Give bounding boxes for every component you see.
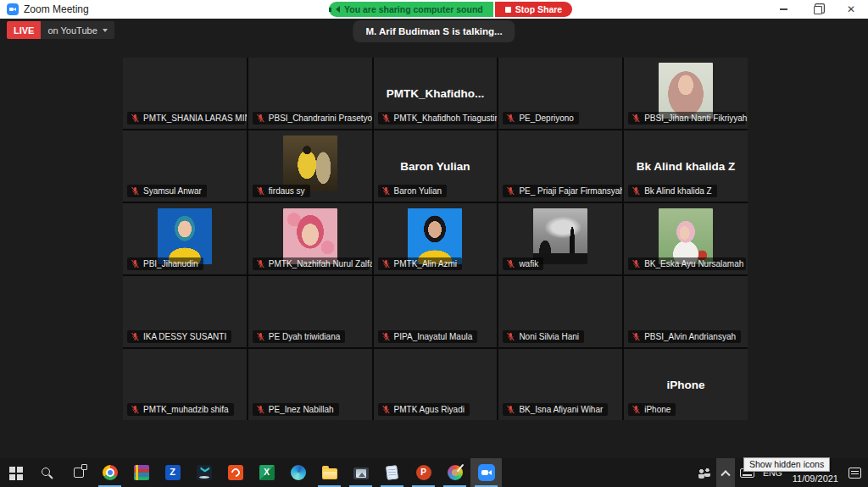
muted-mic-icon bbox=[256, 186, 265, 196]
participant-tile[interactable]: BK_Eska Ayu Nursalamah bbox=[624, 203, 748, 274]
taskbar-date: 11/09/2021 bbox=[793, 473, 838, 484]
minimize-icon[interactable] bbox=[766, 0, 800, 19]
participant-name: wafik bbox=[519, 259, 538, 268]
zapp-taskbar-button[interactable] bbox=[157, 458, 188, 487]
participant-tile[interactable]: wafik bbox=[498, 203, 622, 274]
participant-name-tag: iPhone bbox=[628, 403, 676, 416]
participant-name: PMTK_muhadzib shifa bbox=[143, 405, 229, 414]
participant-name-tag: Noni Silvia Hani bbox=[503, 330, 584, 343]
action-center-icon[interactable] bbox=[849, 468, 861, 479]
live-badge: LIVE bbox=[7, 21, 41, 39]
close-icon[interactable]: ✕ bbox=[834, 0, 868, 19]
participant-name-tag: BK_Eska Ayu Nursalamah bbox=[628, 257, 746, 270]
participant-photo bbox=[283, 208, 337, 264]
edge-icon bbox=[291, 465, 306, 480]
muted-mic-icon bbox=[131, 259, 140, 268]
participant-photo bbox=[659, 208, 713, 264]
participant-tile[interactable]: PE_ Priaji Fajar Firmansyah bbox=[498, 130, 622, 202]
participant-name: PBSI_Chandrarini Prasetyo bbox=[269, 113, 372, 123]
participant-tile[interactable]: PBI_Jihanudin bbox=[123, 203, 247, 274]
muted-mic-icon bbox=[256, 113, 265, 123]
muted-mic-icon bbox=[632, 186, 641, 196]
participant-name-tag: PMTK_Alin Azmi bbox=[378, 257, 462, 270]
excel-taskbar-button[interactable] bbox=[251, 458, 282, 487]
participant-name-tag: firdaus sy bbox=[253, 185, 310, 197]
participant-name-tag: BK_Isna Afiyani Wihar bbox=[503, 403, 608, 416]
muted-mic-icon bbox=[506, 405, 515, 414]
participant-tile[interactable]: Syamsul Anwar bbox=[123, 130, 247, 202]
windows-taskbar: ENG 11/09/2021 bbox=[0, 458, 868, 487]
talking-toast: M. Arif Budiman S is talking... bbox=[353, 20, 515, 42]
participant-tile[interactable]: PMTK_muhadzib shifa bbox=[123, 349, 247, 420]
taskview-taskbar-button[interactable] bbox=[63, 458, 94, 487]
participant-name: iPhone bbox=[644, 405, 670, 414]
muted-mic-icon bbox=[381, 332, 391, 341]
zoomapp-taskbar-button[interactable] bbox=[470, 458, 502, 487]
down-taskbar-button[interactable] bbox=[188, 458, 220, 487]
participant-name: PE_Depriyono bbox=[519, 113, 573, 123]
participant-tile[interactable]: PMTK_Nazhifah Nurul Zalfa bbox=[248, 203, 372, 274]
participant-tile[interactable]: PE_Inez Nabillah bbox=[248, 349, 372, 420]
people-button[interactable] bbox=[693, 458, 716, 487]
explorer-taskbar-button[interactable] bbox=[314, 458, 345, 487]
participant-name-tag: PIPA_Inayatul Maula bbox=[378, 330, 478, 343]
participant-tile[interactable]: Baron Yulian Baron Yulian bbox=[374, 130, 498, 202]
muted-mic-icon bbox=[131, 113, 140, 123]
chevron-down-icon bbox=[103, 29, 108, 32]
participant-tile[interactable]: PBSI_Chandrarini Prasetyo bbox=[248, 58, 372, 129]
ppt-icon bbox=[416, 465, 431, 480]
pdf-taskbar-button[interactable] bbox=[220, 458, 251, 487]
participant-photo bbox=[533, 208, 587, 264]
people-icon bbox=[698, 468, 711, 479]
participant-tile[interactable]: PBSI_Jihan Nanti Fikriyyah bbox=[624, 58, 748, 129]
participant-tile[interactable]: IKA DESSY SUSANTI bbox=[123, 276, 247, 347]
participant-tile[interactable]: PE Dyah triwidiana bbox=[248, 276, 372, 347]
participant-tile[interactable]: PE_Depriyono bbox=[498, 58, 622, 129]
meeting-stage: LIVE on YouTube M. Arif Budiman S is tal… bbox=[0, 19, 868, 458]
winrar-taskbar-button[interactable] bbox=[125, 458, 157, 487]
notepad-icon bbox=[386, 465, 398, 479]
notepad-taskbar-button[interactable] bbox=[376, 458, 408, 487]
participant-tile[interactable]: PMTK_SHANIA LARAS MIN... bbox=[123, 58, 247, 129]
participant-name-tag: PE_Inez Nabillah bbox=[253, 403, 339, 416]
participant-tile[interactable]: PMTK_Khafidho... PMTK_Khafidhoh Triagust… bbox=[374, 58, 498, 129]
participant-tile[interactable]: PMTK_Alin Azmi bbox=[374, 203, 498, 274]
search-taskbar-button[interactable] bbox=[31, 458, 63, 487]
pdf-icon bbox=[228, 465, 243, 480]
live-platform-dropdown[interactable]: on YouTube bbox=[41, 21, 114, 39]
ppt-taskbar-button[interactable] bbox=[408, 458, 439, 487]
winrar-icon bbox=[134, 465, 149, 480]
participant-name: PE Dyah triwidiana bbox=[269, 332, 340, 341]
participant-name: IKA DESSY SUSANTI bbox=[143, 332, 226, 341]
zoom-app-icon bbox=[7, 3, 19, 15]
paint-taskbar-button[interactable] bbox=[439, 458, 470, 487]
muted-mic-icon bbox=[256, 259, 265, 268]
participant-name-tag: PBSI_Jihan Nanti Fikriyyah bbox=[628, 112, 746, 125]
stop-share-button[interactable]: Stop Share bbox=[495, 2, 572, 17]
participant-tile[interactable]: iPhone iPhone bbox=[624, 349, 748, 420]
participant-tile[interactable]: PIPA_Inayatul Maula bbox=[374, 276, 498, 347]
participant-name-tag: PBI_Jihanudin bbox=[127, 257, 203, 270]
muted-mic-icon bbox=[131, 332, 140, 341]
restore-icon[interactable] bbox=[800, 0, 834, 19]
participant-tile[interactable]: BK_Isna Afiyani Wihar bbox=[498, 349, 622, 420]
chrome-taskbar-button[interactable] bbox=[94, 458, 125, 487]
start-taskbar-button[interactable] bbox=[0, 458, 31, 487]
participant-name-tag: Bk Alind khalida Z bbox=[628, 185, 717, 197]
participant-name: BK_Isna Afiyani Wihar bbox=[519, 405, 603, 414]
photoapp-taskbar-button[interactable] bbox=[345, 458, 376, 487]
share-banner: You are sharing computer sound Stop Shar… bbox=[329, 2, 572, 17]
participant-name: PBSI_Jihan Nanti Fikriyyah bbox=[644, 113, 747, 123]
live-stream-control: LIVE on YouTube bbox=[7, 21, 114, 39]
participant-name-tag: PMTK_Nazhifah Nurul Zalfa bbox=[253, 257, 370, 270]
show-hidden-icons-button[interactable] bbox=[716, 458, 735, 487]
participant-name: PE_Inez Nabillah bbox=[269, 405, 334, 414]
edge-taskbar-button[interactable] bbox=[282, 458, 314, 487]
participant-tile[interactable]: Noni Silvia Hani bbox=[498, 276, 622, 347]
participant-tile[interactable]: firdaus sy bbox=[248, 130, 372, 202]
participant-photo bbox=[659, 63, 713, 119]
participant-tile[interactable]: Bk Alind khalida Z Bk Alind khalida Z bbox=[624, 130, 748, 202]
participant-name-tag: PE_Depriyono bbox=[503, 112, 578, 125]
participant-tile[interactable]: PBSI_Alvin Andriansyah bbox=[624, 276, 748, 347]
participant-tile[interactable]: PMTK Agus Riyadi bbox=[374, 349, 498, 420]
